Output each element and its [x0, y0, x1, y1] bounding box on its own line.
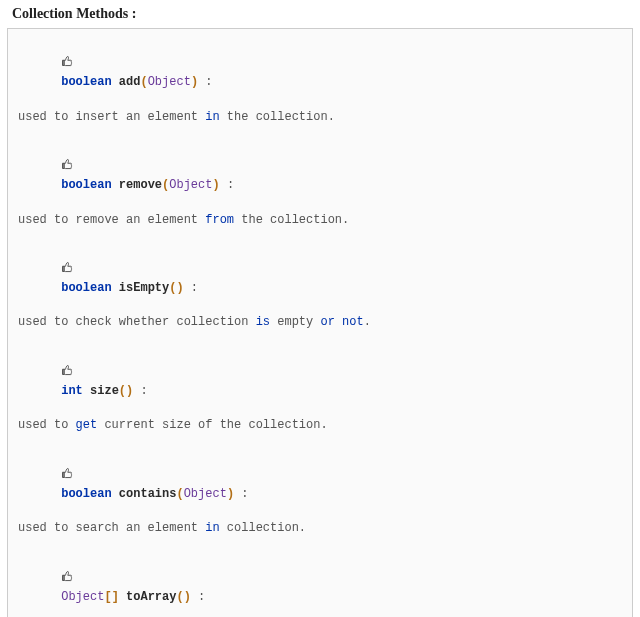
param-type: Object	[169, 178, 212, 192]
method-name: add	[119, 75, 141, 89]
open-paren: (	[176, 590, 183, 604]
method-description: used to insert an element in the collect…	[18, 109, 622, 126]
close-paren: )	[176, 281, 183, 295]
method-name: toArray	[126, 590, 176, 604]
method-block: int size() : used to get current size of…	[18, 346, 622, 435]
method-block: boolean remove(Object) : used to remove …	[18, 140, 622, 229]
close-paren: )	[126, 384, 133, 398]
thumbs-up-icon	[61, 261, 73, 279]
open-paren: (	[119, 384, 126, 398]
method-signature: boolean add(Object) :	[18, 37, 622, 109]
method-block: Object[] toArray() : used to converts co…	[18, 552, 622, 617]
method-signature: boolean remove(Object) :	[18, 140, 622, 212]
thumbs-up-icon	[61, 364, 73, 382]
return-keyword: boolean	[61, 281, 111, 295]
method-signature: int size() :	[18, 346, 622, 418]
thumbs-up-icon	[61, 467, 73, 485]
open-paren: (	[140, 75, 147, 89]
method-signature: boolean contains(Object) :	[18, 449, 622, 521]
return-type: Object	[61, 590, 104, 604]
close-paren: )	[212, 178, 219, 192]
return-suffix: []	[104, 590, 118, 604]
method-name: remove	[119, 178, 162, 192]
return-keyword: boolean	[61, 487, 111, 501]
code-box: boolean add(Object) : used to insert an …	[7, 28, 633, 617]
method-name: contains	[119, 487, 177, 501]
close-paren: )	[191, 75, 198, 89]
method-name: isEmpty	[119, 281, 169, 295]
thumbs-up-icon	[61, 55, 73, 73]
method-description: used to get current size of the collecti…	[18, 417, 622, 434]
return-keyword: boolean	[61, 178, 111, 192]
method-signature: Object[] toArray() :	[18, 552, 622, 617]
method-signature: boolean isEmpty() :	[18, 243, 622, 315]
param-type: Object	[148, 75, 191, 89]
page-title: Collection Methods :	[0, 0, 640, 28]
thumbs-up-icon	[61, 570, 73, 588]
method-description: used to check whether collection is empt…	[18, 314, 622, 331]
method-block: boolean contains(Object) : used to searc…	[18, 449, 622, 538]
close-paren: )	[227, 487, 234, 501]
method-name: size	[90, 384, 119, 398]
close-paren: )	[184, 590, 191, 604]
param-type: Object	[184, 487, 227, 501]
method-description: used to remove an element from the colle…	[18, 212, 622, 229]
return-keyword: boolean	[61, 75, 111, 89]
method-block: boolean add(Object) : used to insert an …	[18, 37, 622, 126]
method-block: boolean isEmpty() : used to check whethe…	[18, 243, 622, 332]
method-description: used to search an element in collection.	[18, 520, 622, 537]
methods-list: boolean add(Object) : used to insert an …	[18, 37, 622, 617]
return-keyword: int	[61, 384, 83, 398]
thumbs-up-icon	[61, 158, 73, 176]
open-paren: (	[176, 487, 183, 501]
